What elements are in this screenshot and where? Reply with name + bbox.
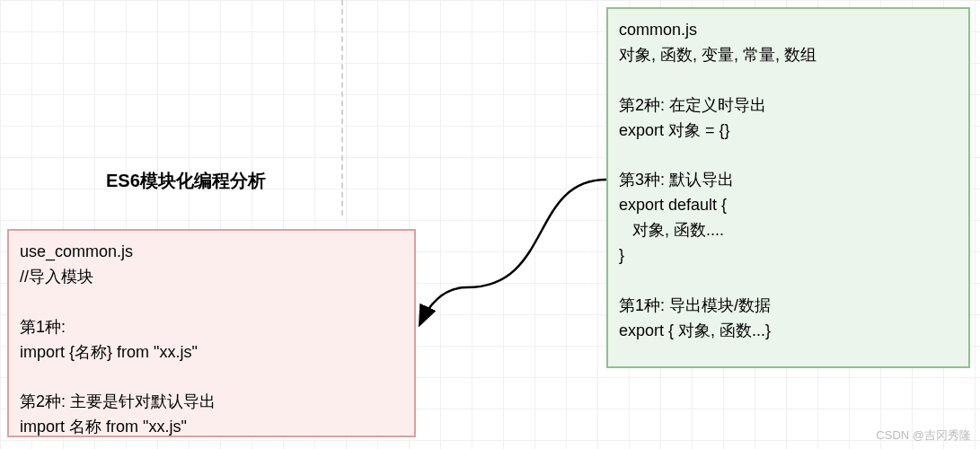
text-line bbox=[619, 68, 958, 93]
text-line: 第1种: 导出模块/数据 bbox=[619, 294, 958, 319]
text-line bbox=[619, 143, 958, 168]
text-line: 第2种: 在定义时导出 bbox=[619, 93, 958, 119]
text-line: import 名称 from "xx.js" bbox=[20, 415, 403, 440]
text-line: //导入模块 bbox=[20, 265, 403, 290]
text-line: 对象, 函数, 变量, 常量, 数组 bbox=[619, 43, 958, 68]
text-line bbox=[20, 365, 403, 390]
text-line: 第3种: 默认导出 bbox=[619, 168, 958, 193]
text-line: 第2种: 主要是针对默认导出 bbox=[20, 390, 403, 415]
text-line: import {名称} from "xx.js" bbox=[20, 340, 403, 365]
text-line bbox=[619, 269, 958, 294]
vertical-dashed-divider bbox=[341, 0, 343, 216]
watermark: CSDN @吉冈秀隆 bbox=[876, 427, 971, 444]
text-line: 第1种: bbox=[20, 315, 403, 340]
text-line: } bbox=[619, 243, 958, 269]
connector-arrow bbox=[413, 171, 611, 350]
text-line: export 对象 = {} bbox=[619, 119, 958, 144]
diagram-title: ES6模块化编程分析 bbox=[106, 169, 266, 193]
text-line: common.js bbox=[619, 18, 958, 43]
text-line bbox=[20, 290, 403, 315]
text-line: export default { bbox=[619, 193, 958, 218]
export-box: common.js 对象, 函数, 变量, 常量, 数组 第2种: 在定义时导出… bbox=[606, 7, 970, 368]
import-box: use_common.js //导入模块 第1种: import {名称} fr… bbox=[7, 229, 416, 437]
text-line: use_common.js bbox=[20, 240, 403, 265]
text-line: export { 对象, 函数...} bbox=[619, 319, 958, 344]
text-line: 对象, 函数.... bbox=[619, 218, 958, 243]
